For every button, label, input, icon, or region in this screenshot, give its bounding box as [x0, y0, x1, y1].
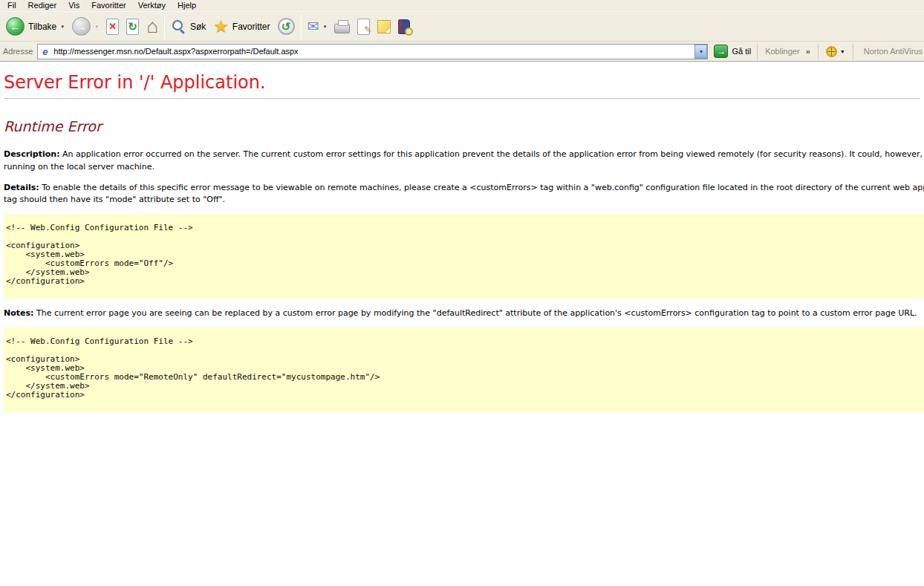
edit-button[interactable] — [354, 13, 374, 40]
details-paragraph: Details: To enable the details of this s… — [4, 182, 924, 206]
code-line: <!-- Web.Config Configuration File --> — [6, 224, 918, 232]
code-line: </configuration> — [6, 391, 918, 400]
browser-chrome: Fil Rediger Vis Favoritter Verktøy Hjelp… — [0, 0, 924, 62]
address-dropdown-icon[interactable] — [694, 45, 707, 59]
details-label: Details: — [4, 183, 39, 192]
address-field[interactable] — [37, 44, 708, 59]
links-chevron-icon[interactable] — [806, 47, 810, 56]
print-button[interactable] — [331, 13, 354, 40]
research-button[interactable] — [394, 13, 414, 40]
messenger-icon — [377, 20, 391, 33]
back-label: Tilbake — [28, 22, 56, 32]
back-icon — [6, 17, 25, 36]
code-line — [6, 232, 918, 241]
go-icon — [714, 45, 728, 58]
ie-page-icon — [39, 46, 51, 57]
error-subtitle: Runtime Error — [4, 118, 924, 134]
mail-icon — [308, 18, 319, 35]
description-line-1: Description: An application error occurr… — [4, 148, 924, 160]
menu-favorites[interactable]: Favoritter — [85, 1, 131, 10]
code-line: <configuration> — [6, 241, 918, 250]
title-rule — [4, 98, 920, 99]
messenger-button[interactable] — [374, 13, 394, 40]
favorites-icon — [213, 18, 229, 35]
menu-view[interactable]: Vis — [62, 1, 85, 10]
home-icon — [146, 18, 158, 36]
go-button[interactable]: Gå til — [708, 45, 757, 58]
refresh-button[interactable] — [123, 13, 143, 40]
favorites-button[interactable]: Favoritter — [209, 13, 273, 40]
search-button[interactable]: Søk — [167, 13, 209, 40]
details-text-1: To enable the details of this specific e… — [42, 183, 924, 192]
toolbar-separator — [301, 14, 302, 39]
norton-antivirus-label: Norton AntiVirus — [853, 44, 923, 59]
code-line: <!-- Web.Config Configuration File --> — [6, 337, 918, 346]
print-icon — [334, 24, 350, 33]
search-icon — [171, 19, 186, 34]
code-line: <configuration> — [6, 355, 918, 364]
history-icon — [278, 18, 295, 35]
search-label: Søk — [190, 22, 206, 32]
links-label: Koblinger — [765, 47, 799, 56]
stop-button[interactable] — [103, 13, 123, 40]
menu-edit[interactable]: Rediger — [22, 1, 63, 10]
address-bar: Adresse Gå til Koblinger Norton AntiViru… — [0, 42, 924, 62]
edit-icon — [357, 19, 370, 35]
description-text-1: An application error occurred on the ser… — [62, 149, 924, 159]
notes-text: The current error page you are seeing ca… — [36, 308, 917, 318]
go-label: Gå til — [732, 47, 751, 56]
mail-button[interactable] — [304, 13, 331, 40]
research-icon — [398, 19, 410, 34]
notes-line: Notes: The current error page you are se… — [4, 307, 924, 319]
description-line-2: running on the local server machine. — [4, 160, 924, 173]
refresh-icon — [126, 19, 139, 35]
forward-button[interactable] — [68, 13, 103, 40]
code-line: </configuration> — [6, 277, 918, 286]
code-line: <customErrors mode="RemoteOnly" defaultR… — [6, 373, 918, 382]
web-config-code-block-1: <!-- Web.Config Configuration File --> <… — [4, 214, 924, 299]
mail-dropdown-icon[interactable] — [322, 25, 327, 29]
home-button[interactable] — [143, 13, 162, 40]
globe-icon — [826, 46, 837, 57]
code-line: </system.web> — [6, 268, 918, 277]
description-label: Description: — [4, 149, 60, 159]
globe-dropdown-icon[interactable] — [840, 49, 845, 54]
favorites-label: Favoritter — [232, 22, 270, 32]
address-label: Adresse — [1, 47, 37, 56]
back-dropdown-icon[interactable] — [60, 25, 65, 29]
page-title: Server Error in '/' Application. — [4, 72, 924, 93]
details-line-2: tag should then have its "mode" attribut… — [4, 194, 924, 206]
code-line — [6, 346, 918, 355]
forward-dropdown-icon — [94, 25, 99, 29]
description-paragraph: Description: An application error occurr… — [4, 148, 924, 173]
details-line-1: Details: To enable the details of this s… — [4, 182, 924, 194]
toolbar: Tilbake Søk Favoritter — [0, 11, 924, 42]
toolbar-separator — [164, 14, 165, 39]
error-page: Server Error in '/' Application. Runtime… — [0, 62, 924, 412]
menu-bar: Fil Rediger Vis Favoritter Verktøy Hjelp — [0, 0, 924, 11]
menu-tools[interactable]: Verktøy — [132, 1, 172, 10]
address-input[interactable] — [53, 47, 694, 56]
notes-paragraph: Notes: The current error page you are se… — [4, 307, 924, 319]
code-line: </system.web> — [6, 382, 918, 391]
globe-button[interactable] — [818, 44, 853, 59]
web-config-code-block-2: <!-- Web.Config Configuration File --> <… — [4, 328, 924, 412]
code-line: <customErrors mode="Off"/> — [6, 259, 918, 268]
stop-icon — [106, 19, 119, 35]
history-button[interactable] — [274, 13, 299, 40]
menu-help[interactable]: Hjelp — [172, 1, 202, 10]
forward-icon — [72, 17, 91, 36]
notes-label: Notes: — [4, 308, 33, 318]
menu-file[interactable]: Fil — [1, 1, 22, 10]
links-bar[interactable]: Koblinger — [757, 44, 818, 59]
back-button[interactable]: Tilbake — [2, 13, 68, 40]
